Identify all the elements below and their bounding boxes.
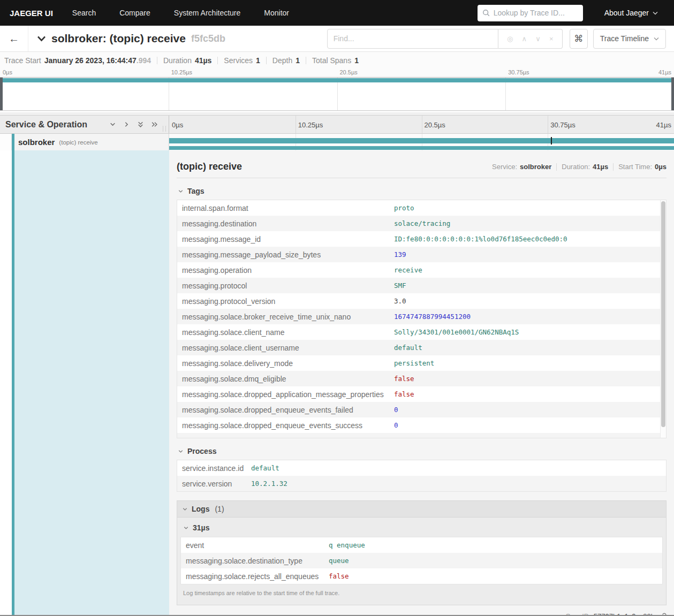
kv-row-service.instance.id[interactable]: service.instance.iddefault xyxy=(177,460,666,476)
kv-row-messaging.solace.priority[interactable]: messaging.solace.priority4 xyxy=(177,433,666,438)
nav-item-search[interactable]: Search xyxy=(72,9,96,17)
jaeger-logo[interactable]: JAEGER UI xyxy=(10,9,53,18)
kv-value: 0 xyxy=(394,421,398,429)
span-duration-bar[interactable] xyxy=(169,138,674,143)
expand-one-icon[interactable] xyxy=(137,121,144,128)
kv-value: ID:fe80:0:0:0:0:0:0:1%lo0d76f185eec0c0ed… xyxy=(394,235,567,243)
span-id-label: SpanID: xyxy=(566,612,591,615)
ruler-tick: 10.25µs xyxy=(169,69,192,75)
kv-key: internal.span.format xyxy=(177,204,394,212)
kv-row-messaging.solace.dropped_application_message_properties[interactable]: messaging.solace.dropped_application_mes… xyxy=(177,386,666,402)
kv-row-service.version[interactable]: service.version10.2.1.32 xyxy=(177,476,666,491)
kv-row-messaging.solace.rejects_all_enqueues[interactable]: messaging.solace.rejects_all_enqueuesfal… xyxy=(181,568,662,584)
column-resize-grip[interactable] xyxy=(163,126,166,132)
span-bar-cell[interactable] xyxy=(169,134,674,150)
ruler-tick: 0µs xyxy=(169,120,183,128)
tags-scrollbar[interactable] xyxy=(660,200,666,438)
kv-row-messaging.protocol[interactable]: messaging.protocolSMF xyxy=(177,278,666,293)
span-detail-region: (topic) receive Service: solbroker Durat… xyxy=(0,150,674,615)
kv-row-messaging.solace.dmq_eligible[interactable]: messaging.solace.dmq_eligiblefalse xyxy=(177,371,666,386)
prev-match-icon[interactable]: ∧ xyxy=(521,35,527,43)
kv-value: SMF xyxy=(394,282,406,290)
find-input[interactable] xyxy=(327,29,498,49)
ruler-tick: 41µs xyxy=(656,120,674,128)
kv-row-messaging.solace.destination_type[interactable]: messaging.solace.destination_typequeue xyxy=(181,553,662,568)
ruler-tick: 41µs xyxy=(658,69,674,75)
log-entry-toggle[interactable]: 31µs xyxy=(183,523,663,532)
kv-value: Solly/34301/001e0001/GN62NBAq1S xyxy=(394,328,519,336)
service-label: Service: xyxy=(492,163,517,171)
kv-value: receive xyxy=(394,266,422,274)
span-name-cell[interactable]: solbroker (topic) receive xyxy=(0,134,169,150)
nav-item-system-architecture[interactable]: System Architecture xyxy=(174,9,241,17)
minimap-left-handle[interactable] xyxy=(0,78,3,110)
span-row[interactable]: solbroker (topic) receive xyxy=(0,134,674,150)
kv-key: messaging.solace.client_username xyxy=(177,344,394,352)
collapse-all-icon[interactable] xyxy=(123,121,130,128)
kv-key: messaging.solace.rejects_all_enqueues xyxy=(181,572,329,581)
kv-row-messaging.solace.broker_receive_time_unix_nano[interactable]: messaging.solace.broker_receive_time_uni… xyxy=(177,309,666,324)
next-match-icon[interactable]: ∨ xyxy=(535,35,541,43)
trace-minimap: 0µs10.25µs20.5µs30.75µs41µs xyxy=(0,69,674,112)
tags-section-toggle[interactable]: Tags xyxy=(178,187,667,195)
timeline-ruler: 0µs10.25µs20.5µs30.75µs41µs xyxy=(169,116,674,133)
kv-row-messaging.destination[interactable]: messaging.destinationsolace/tracing xyxy=(177,216,666,231)
nav-item-compare[interactable]: Compare xyxy=(119,9,150,17)
trace-collapse-chevron-icon[interactable] xyxy=(37,35,46,42)
logs-section-toggle[interactable]: Logs (1) xyxy=(177,501,666,518)
kv-row-messaging.solace.dropped_enqueue_events_success[interactable]: messaging.solace.dropped_enqueue_events_… xyxy=(177,417,666,433)
ruler-tick: 20.5µs xyxy=(422,120,445,128)
start-time-label: Start Time: xyxy=(618,163,652,171)
tags-scrollbar-thumb[interactable] xyxy=(661,201,665,427)
kv-row-messaging.solace.dropped_enqueue_events_failed[interactable]: messaging.solace.dropped_enqueue_events_… xyxy=(177,402,666,417)
logs-section-label: Logs xyxy=(192,505,209,513)
service-operation-title: Service & Operation xyxy=(5,120,87,130)
depth-label: Depth xyxy=(272,56,292,65)
trace-title: solbroker: (topic) receive xyxy=(51,32,186,45)
span-detail-meta: Service: solbroker Duration: 41µs Start … xyxy=(492,163,667,171)
span-service-name: solbroker xyxy=(18,138,55,147)
log-marker-tick[interactable] xyxy=(551,137,552,145)
trace-id-lookup-input[interactable] xyxy=(494,9,578,17)
kv-row-messaging.solace.delivery_mode[interactable]: messaging.solace.delivery_modepersistent xyxy=(177,355,666,371)
process-section-label: Process xyxy=(187,447,216,455)
about-jaeger-menu[interactable]: About Jaeger xyxy=(604,9,658,17)
ruler-tick: 30.75µs xyxy=(505,69,529,75)
span-detail-panel: (topic) receive Service: solbroker Durat… xyxy=(169,150,674,615)
kv-row-internal.span.format[interactable]: internal.span.formatproto xyxy=(177,200,666,216)
keyboard-shortcuts-button[interactable]: ⌘ xyxy=(570,29,588,49)
find-nav-buttons: ◎ ∧ ∨ × xyxy=(498,29,563,49)
chevron-down-icon xyxy=(654,37,659,41)
span-color-accent xyxy=(12,134,14,150)
ruler-tick: 0µs xyxy=(0,69,12,75)
kv-row-messaging.message_payload_size_bytes[interactable]: messaging.message_payload_size_bytes139 xyxy=(177,247,666,262)
trace-view-selector[interactable]: Trace Timeline xyxy=(593,29,666,49)
kv-row-messaging.solace.client_username[interactable]: messaging.solace.client_usernamedefault xyxy=(177,340,666,355)
deep-link-icon[interactable] xyxy=(659,613,667,615)
kv-key: messaging.destination xyxy=(177,219,394,228)
kv-row-messaging.solace.client_name[interactable]: messaging.solace.client_nameSolly/34301/… xyxy=(177,324,666,340)
minimap-right-handle[interactable] xyxy=(671,78,674,110)
minimap-canvas[interactable] xyxy=(0,77,674,111)
kv-value: solace/tracing xyxy=(394,219,450,227)
kv-value: q enqueue xyxy=(329,541,365,549)
back-button[interactable]: ← xyxy=(0,26,28,51)
log-entry: 31µs eventq enqueuemessaging.solace.dest… xyxy=(177,518,666,605)
kv-row-messaging.protocol_version[interactable]: messaging.protocol_version3.0 xyxy=(177,293,666,309)
collapse-one-icon[interactable] xyxy=(109,121,116,128)
process-section-toggle[interactable]: Process xyxy=(178,447,667,455)
nav-item-monitor[interactable]: Monitor xyxy=(264,9,289,17)
kv-key: messaging.solace.dmq_eligible xyxy=(177,375,394,383)
kv-row-messaging.message_id[interactable]: messaging.message_idID:fe80:0:0:0:0:0:0:… xyxy=(177,231,666,247)
kv-value: 1674747887994451200 xyxy=(394,313,471,321)
service-value: solbroker xyxy=(520,163,551,171)
kv-row-event[interactable]: eventq enqueue xyxy=(181,537,662,553)
focus-match-icon[interactable]: ◎ xyxy=(507,35,513,43)
clear-find-icon[interactable]: × xyxy=(549,35,554,43)
span-detail-header: (topic) receive Service: solbroker Durat… xyxy=(177,161,667,172)
chevron-down-icon xyxy=(178,448,184,454)
kv-row-messaging.operation[interactable]: messaging.operationreceive xyxy=(177,262,666,278)
expand-all-icon[interactable] xyxy=(151,121,158,128)
log-entry-timestamp: 31µs xyxy=(193,523,209,532)
kv-value: 139 xyxy=(394,250,406,258)
